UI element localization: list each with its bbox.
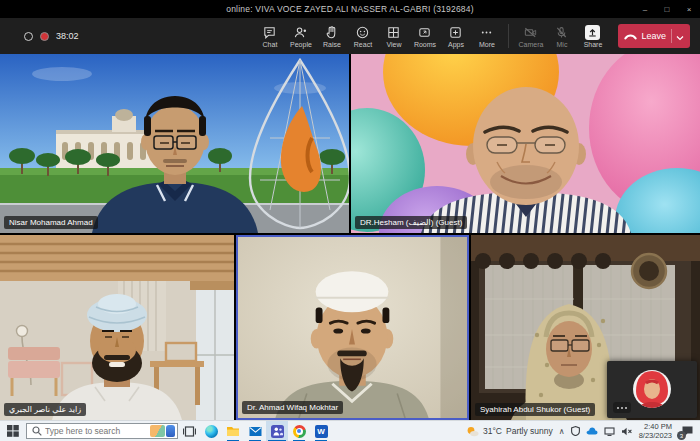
weather-temp: 31°C — [483, 426, 502, 436]
mail-icon — [249, 426, 262, 437]
search-input[interactable] — [45, 426, 145, 436]
virtual-background-campus — [0, 54, 349, 233]
virtual-background-interior — [0, 235, 234, 420]
teams-meeting-window: online: VIVA VOCE ZAYED ALI NASSER AL-GA… — [0, 0, 700, 441]
maximize-button[interactable]: □ — [656, 0, 678, 18]
chrome-icon — [293, 425, 306, 438]
taskbar-app-word[interactable]: W — [310, 421, 332, 441]
windows-taskbar: W 31°C Partly sunny ∧ — [0, 420, 700, 441]
people-button[interactable]: People — [285, 25, 316, 48]
start-button[interactable] — [0, 421, 26, 441]
taskbar-search[interactable] — [26, 423, 178, 439]
participant-name: DR.Hesham (الضيف) (Guest) — [355, 216, 467, 229]
backpack-icon — [166, 425, 175, 437]
virtual-background-balloons — [351, 54, 700, 233]
windows-logo-icon — [7, 425, 19, 437]
taskbar-app-teams[interactable] — [266, 421, 288, 441]
camera-button[interactable]: Camera — [515, 25, 546, 48]
taskbar-app-mail[interactable] — [244, 421, 266, 441]
search-highlight-art[interactable] — [150, 425, 175, 437]
task-view-icon — [183, 426, 196, 437]
title-bar: online: VIVA VOCE ZAYED ALI NASSER AL-GA… — [0, 0, 700, 18]
view-grid-icon — [386, 25, 401, 40]
system-tray: 31°C Partly sunny ∧ 2:40 PM 8/23/2023 — [466, 422, 700, 441]
teams-icon — [271, 425, 284, 438]
taskbar-weather[interactable]: 31°C Partly sunny — [466, 426, 553, 437]
leave-dropdown-chevron-icon[interactable] — [676, 29, 684, 44]
self-view-more-button[interactable] — [613, 402, 631, 413]
share-button[interactable]: Share — [577, 25, 608, 48]
participant-name: Syahirah Abdul Shukor (Guest) — [475, 403, 595, 416]
tray-expand-button[interactable]: ∧ — [559, 427, 565, 436]
recording-indicator-icon — [40, 32, 49, 41]
network-icon[interactable] — [604, 427, 615, 436]
video-tile-zayed[interactable]: زايد علي ناصر الجبري — [0, 235, 234, 420]
rooms-icon — [417, 25, 432, 40]
clock-time: 2:40 PM — [639, 422, 672, 431]
meeting-timer: 38:02 — [56, 31, 79, 41]
volume-muted-icon[interactable] — [621, 427, 633, 436]
chat-button[interactable]: Chat — [254, 25, 285, 48]
share-screen-icon — [585, 25, 600, 40]
notification-badge: 3 — [677, 431, 686, 440]
onedrive-cloud-icon[interactable] — [586, 427, 598, 435]
hang-up-icon — [624, 29, 637, 44]
daily-image-icon — [150, 425, 165, 437]
raise-hand-button[interactable]: Raise — [316, 25, 347, 48]
close-button[interactable]: × — [678, 0, 700, 18]
participant-name: زايد علي ناصر الجبري — [4, 403, 86, 416]
task-view-button[interactable] — [178, 421, 200, 441]
window-controls: – □ × — [634, 0, 700, 18]
react-smiley-icon — [355, 25, 370, 40]
toolbar-divider — [508, 24, 509, 48]
edge-icon — [205, 425, 218, 438]
minimize-button[interactable]: – — [634, 0, 656, 18]
weather-condition: Partly sunny — [506, 426, 553, 436]
action-center-button[interactable]: 3 — [678, 422, 696, 440]
react-button[interactable]: React — [347, 25, 378, 48]
leave-button[interactable]: Leave — [618, 24, 690, 48]
clock-date: 8/23/2023 — [639, 431, 672, 440]
defender-shield-icon[interactable] — [571, 426, 580, 436]
word-icon: W — [315, 425, 328, 438]
video-grid: Nisar Mohamad Ahmad — [0, 54, 700, 420]
rooms-button[interactable]: Rooms — [409, 25, 440, 48]
taskbar-app-edge[interactable] — [200, 421, 222, 441]
more-button[interactable]: More — [471, 25, 502, 48]
video-tile-hesham[interactable]: DR.Hesham (الضيف) (Guest) — [351, 54, 700, 233]
search-icon — [32, 426, 42, 436]
raise-hand-icon — [324, 25, 339, 40]
self-view-tile[interactable] — [607, 361, 697, 418]
people-icon — [293, 25, 308, 40]
taskbar-clock[interactable]: 2:40 PM 8/23/2023 — [639, 422, 672, 441]
participant-name: Dr. Ahmad Wifaq Mokhtar — [242, 401, 343, 414]
chat-icon — [262, 25, 277, 40]
participant-name: Nisar Mohamad Ahmad — [4, 216, 98, 229]
mic-button[interactable]: Mic — [546, 25, 577, 48]
apps-plus-icon — [448, 25, 463, 40]
apps-button[interactable]: Apps — [440, 25, 471, 48]
taskbar-app-chrome[interactable] — [288, 421, 310, 441]
video-tile-ahmad-wifaq-active-speaker[interactable]: Dr. Ahmad Wifaq Mokhtar — [236, 235, 469, 420]
recording-status: 38:02 — [24, 31, 79, 41]
taskbar-app-file-explorer[interactable] — [222, 421, 244, 441]
meeting-toolbar: 38:02 Chat People Raise React View Rooms — [0, 18, 700, 54]
partly-sunny-icon — [466, 426, 479, 437]
plain-wall-background — [238, 237, 467, 418]
video-tile-nisar[interactable]: Nisar Mohamad Ahmad — [0, 54, 349, 233]
ring-icon — [24, 32, 33, 41]
meeting-title: online: VIVA VOCE ZAYED ALI NASSER AL-GA… — [0, 4, 700, 14]
mic-muted-icon — [554, 25, 569, 40]
file-explorer-icon — [226, 425, 240, 437]
view-button[interactable]: View — [378, 25, 409, 48]
more-ellipsis-icon — [479, 25, 494, 40]
camera-off-icon — [523, 25, 538, 40]
